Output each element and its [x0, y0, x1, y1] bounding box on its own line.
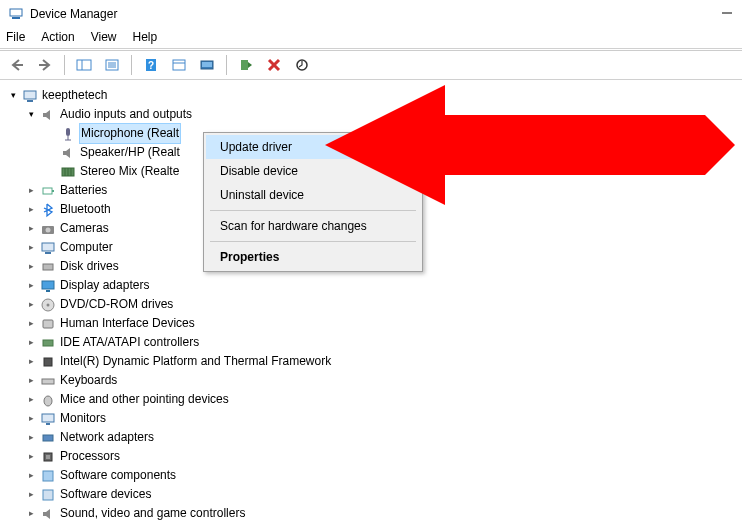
category-hid[interactable]: ▸Human Interface Devices: [4, 314, 742, 333]
uninstall-button[interactable]: [263, 54, 285, 76]
ctx-uninstall-device[interactable]: Uninstall device: [206, 183, 420, 207]
chevron-right-icon[interactable]: ▸: [24, 276, 38, 295]
node-label: Batteries: [60, 181, 107, 200]
node-label: Intel(R) Dynamic Platform and Thermal Fr…: [60, 352, 331, 371]
ctx-scan-hardware[interactable]: Scan for hardware changes: [206, 214, 420, 238]
chevron-right-icon[interactable]: ▸: [24, 428, 38, 447]
ctx-properties[interactable]: Properties: [206, 245, 420, 269]
toolbar-separator: [64, 55, 65, 75]
chevron-down-icon[interactable]: ▾: [6, 86, 20, 105]
network-icon: [40, 430, 56, 446]
svg-point-33: [46, 227, 51, 232]
svg-rect-44: [42, 379, 54, 384]
chevron-right-icon[interactable]: ▸: [24, 238, 38, 257]
show-hide-tree-button[interactable]: [73, 54, 95, 76]
hid-icon: [40, 316, 56, 332]
menu-view[interactable]: View: [91, 30, 117, 44]
mixer-icon: [60, 164, 76, 180]
chevron-right-icon[interactable]: ▸: [24, 466, 38, 485]
svg-rect-35: [45, 252, 51, 254]
node-label: Monitors: [60, 409, 106, 428]
node-label: Processors: [60, 447, 120, 466]
node-label: Audio inputs and outputs: [60, 105, 192, 124]
node-label: IDE ATA/ATAPI controllers: [60, 333, 199, 352]
chevron-right-icon[interactable]: ▸: [24, 390, 38, 409]
menu-file[interactable]: File: [6, 30, 25, 44]
svg-rect-0: [10, 9, 22, 16]
svg-rect-50: [46, 455, 50, 459]
category-audio[interactable]: ▾ Audio inputs and outputs: [4, 105, 742, 124]
controller-icon: [40, 335, 56, 351]
root-node[interactable]: ▾ keepthetech: [4, 86, 742, 105]
computer-icon: [22, 88, 38, 104]
node-label: Bluetooth: [60, 200, 111, 219]
svg-rect-13: [173, 60, 185, 70]
disk-icon: [40, 259, 56, 275]
svg-rect-42: [43, 340, 53, 346]
node-label: Software devices: [60, 485, 151, 504]
svg-point-40: [47, 303, 50, 306]
ctx-disable-device[interactable]: Disable device: [206, 159, 420, 183]
help-button[interactable]: ?: [140, 54, 162, 76]
chevron-right-icon[interactable]: ▸: [24, 314, 38, 333]
software-icon: [40, 468, 56, 484]
scan-button[interactable]: [196, 54, 218, 76]
chevron-right-icon[interactable]: ▸: [24, 485, 38, 504]
chevron-right-icon[interactable]: ▸: [24, 333, 38, 352]
category-monitors[interactable]: ▸Monitors: [4, 409, 742, 428]
action-button[interactable]: [168, 54, 190, 76]
context-menu: Update driver Disable device Uninstall d…: [203, 132, 423, 272]
chevron-right-icon[interactable]: ▸: [24, 447, 38, 466]
menu-help[interactable]: Help: [133, 30, 158, 44]
category-sound[interactable]: ▸Sound, video and game controllers: [4, 504, 742, 523]
category-network[interactable]: ▸Network adapters: [4, 428, 742, 447]
chevron-right-icon[interactable]: ▸: [24, 181, 38, 200]
node-label: Display adapters: [60, 276, 149, 295]
chevron-right-icon[interactable]: ▸: [24, 352, 38, 371]
back-button[interactable]: [6, 54, 28, 76]
category-dvd[interactable]: ▸DVD/CD-ROM drives: [4, 295, 742, 314]
category-keyboards[interactable]: ▸Keyboards: [4, 371, 742, 390]
category-mice[interactable]: ▸Mice and other pointing devices: [4, 390, 742, 409]
svg-rect-1: [12, 17, 20, 19]
minimize-button[interactable]: [720, 6, 734, 23]
chevron-right-icon[interactable]: ▸: [24, 295, 38, 314]
svg-rect-43: [44, 358, 52, 366]
keyboard-icon: [40, 373, 56, 389]
ctx-update-driver[interactable]: Update driver: [206, 135, 420, 159]
node-label: Disk drives: [60, 257, 119, 276]
category-display[interactable]: ▸Display adapters: [4, 276, 742, 295]
cpu-icon: [40, 449, 56, 465]
chevron-right-icon[interactable]: ▸: [24, 200, 38, 219]
category-swcomp[interactable]: ▸Software components: [4, 466, 742, 485]
category-processors[interactable]: ▸Processors: [4, 447, 742, 466]
svg-rect-17: [241, 60, 248, 70]
chevron-right-icon[interactable]: ▸: [24, 219, 38, 238]
category-intel[interactable]: ▸Intel(R) Dynamic Platform and Thermal F…: [4, 352, 742, 371]
svg-rect-51: [43, 471, 53, 481]
chevron-right-icon[interactable]: ▸: [24, 409, 38, 428]
menu-action[interactable]: Action: [41, 30, 74, 44]
svg-rect-47: [46, 423, 50, 425]
node-label: Human Interface Devices: [60, 314, 195, 333]
enable-button[interactable]: [235, 54, 257, 76]
properties-button[interactable]: [101, 54, 123, 76]
titlebar: Device Manager: [0, 0, 742, 28]
svg-rect-34: [42, 243, 54, 251]
svg-text:?: ?: [148, 60, 154, 71]
update-button[interactable]: [291, 54, 313, 76]
category-swdev[interactable]: ▸Software devices: [4, 485, 742, 504]
speaker-icon: [40, 506, 56, 522]
chevron-down-icon[interactable]: ▾: [24, 105, 38, 124]
toolbar: ?: [0, 51, 742, 80]
forward-button[interactable]: [34, 54, 56, 76]
chevron-right-icon[interactable]: ▸: [24, 504, 38, 523]
svg-point-45: [44, 396, 52, 406]
category-ide[interactable]: ▸IDE ATA/ATAPI controllers: [4, 333, 742, 352]
chevron-right-icon[interactable]: ▸: [24, 371, 38, 390]
ctx-separator: [210, 241, 416, 242]
chevron-right-icon[interactable]: ▸: [24, 257, 38, 276]
svg-rect-48: [43, 435, 53, 441]
svg-rect-21: [24, 91, 36, 99]
mouse-icon: [40, 392, 56, 408]
